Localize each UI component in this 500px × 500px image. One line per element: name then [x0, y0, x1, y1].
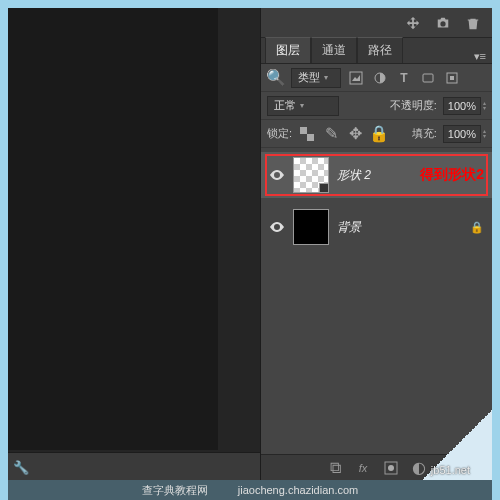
blend-row: 正常 ▾ 不透明度: 100% ▴▾	[261, 92, 492, 120]
panel-tabs: 图层 通道 路径 ▾≡	[261, 38, 492, 64]
lock-row: 锁定: ✎ ✥ 🔒 填充: 100% ▴▾	[261, 120, 492, 148]
smartobj-filter-icon[interactable]	[443, 69, 461, 87]
status-bar: 🔧	[8, 452, 260, 480]
layer-name[interactable]: 形状 2	[337, 167, 371, 184]
svg-rect-2	[423, 74, 433, 82]
shape-filter-icon[interactable]	[419, 69, 437, 87]
fx-icon[interactable]: fx	[354, 459, 372, 477]
image-filter-icon[interactable]	[347, 69, 365, 87]
watermark-url: jb51.net	[431, 464, 470, 476]
fill-field[interactable]: 100% ▴▾	[443, 125, 486, 143]
wrench-icon[interactable]: 🔧	[10, 456, 32, 478]
panel-menu-icon[interactable]: ▾≡	[474, 50, 486, 63]
stepper-icon: ▴▾	[483, 129, 486, 139]
text-filter-icon[interactable]: T	[395, 69, 413, 87]
tab-paths[interactable]: 路径	[357, 37, 403, 63]
opacity-field[interactable]: 100% ▴▾	[443, 97, 486, 115]
lock-move-icon[interactable]: ✥	[346, 125, 364, 143]
lock-brush-icon[interactable]: ✎	[322, 125, 340, 143]
lock-label: 锁定:	[267, 126, 292, 141]
svg-rect-4	[450, 76, 454, 80]
panel-top-icons	[261, 8, 492, 38]
photoshop-window: 🔧 图层 通道 路径 ▾≡ 🔍 类型 ▾ T	[8, 8, 492, 480]
tab-layers[interactable]: 图层	[265, 37, 311, 63]
fill-label: 填充:	[412, 126, 437, 141]
watermark-site: 查字典教程网	[142, 483, 208, 498]
adjustment-filter-icon[interactable]	[371, 69, 389, 87]
fill-value: 100%	[443, 125, 481, 143]
chevron-down-icon: ▾	[324, 73, 328, 82]
chevron-down-icon: ▾	[300, 101, 304, 110]
trash-icon[interactable]	[464, 14, 482, 32]
layer-thumbnail[interactable]	[293, 209, 329, 245]
search-icon[interactable]: 🔍	[267, 69, 285, 87]
svg-point-8	[388, 465, 394, 471]
filter-row: 🔍 类型 ▾ T	[261, 64, 492, 92]
opacity-label: 不透明度:	[390, 98, 437, 113]
layer-row[interactable]: 形状 2 得到形状2	[261, 152, 492, 198]
tab-channels[interactable]: 通道	[311, 37, 357, 63]
visibility-toggle[interactable]	[269, 219, 285, 235]
blend-mode-value: 正常	[274, 98, 296, 113]
svg-rect-5	[300, 127, 307, 134]
layer-thumbnail[interactable]	[293, 157, 329, 193]
vector-badge-icon	[319, 183, 329, 193]
layers-list: 形状 2 得到形状2 背景 🔒	[261, 148, 492, 454]
blend-mode-dropdown[interactable]: 正常 ▾	[267, 96, 339, 116]
watermark-sub: jiaocheng.chazidian.com	[238, 484, 358, 496]
kind-dropdown[interactable]: 类型 ▾	[291, 68, 341, 88]
kind-label: 类型	[298, 70, 320, 85]
mask-icon[interactable]	[382, 459, 400, 477]
opacity-value: 100%	[443, 97, 481, 115]
visibility-toggle[interactable]	[269, 167, 285, 183]
arrows-icon[interactable]	[404, 14, 422, 32]
lock-icon: 🔒	[470, 221, 484, 234]
canvas-area: 🔧	[8, 8, 260, 480]
lock-transparent-icon[interactable]	[298, 125, 316, 143]
camera-icon[interactable]	[434, 14, 452, 32]
stepper-icon: ▴▾	[483, 101, 486, 111]
svg-rect-6	[307, 134, 314, 141]
link-icon[interactable]: ⧉	[326, 459, 344, 477]
layer-row[interactable]: 背景 🔒	[261, 204, 492, 250]
watermark-bar: 查字典教程网 jiaocheng.chazidian.com	[8, 480, 492, 500]
lock-all-icon[interactable]: 🔒	[370, 125, 388, 143]
annotation-text: 得到形状2	[420, 166, 484, 184]
document-canvas[interactable]	[8, 8, 218, 450]
layer-name[interactable]: 背景	[337, 219, 361, 236]
